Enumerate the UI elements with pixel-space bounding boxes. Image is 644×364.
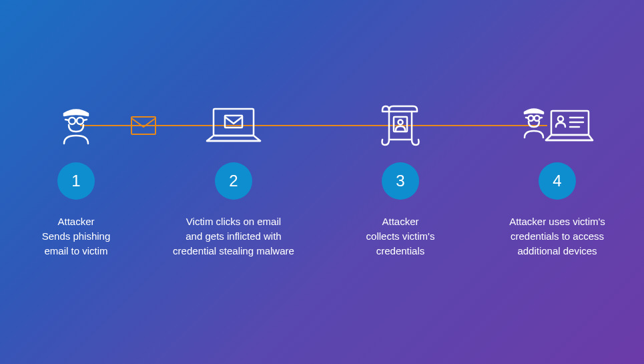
svg-rect-6 bbox=[214, 109, 254, 136]
svg-line-5 bbox=[83, 120, 87, 120]
step-badge-2: 2 bbox=[215, 162, 252, 200]
phishing-attack-diagram: 1 Attacker Sends phishing email to victi… bbox=[0, 100, 644, 274]
svg-line-23 bbox=[540, 118, 543, 118]
svg-point-1 bbox=[69, 118, 75, 124]
step-badge-4: 4 bbox=[539, 162, 576, 200]
step-caption: Victim clicks on email and gets inflicte… bbox=[167, 214, 300, 258]
svg-line-22 bbox=[526, 118, 529, 118]
step-number: 2 bbox=[229, 172, 238, 190]
attacker-laptop-icon bbox=[491, 100, 624, 150]
step-4: 4 Attacker uses victim's credentials to … bbox=[491, 100, 624, 258]
step-caption: Attacker uses victim's credentials to ac… bbox=[491, 214, 624, 258]
step-1: 1 Attacker Sends phishing email to victi… bbox=[9, 100, 143, 258]
step-3: 3 Attacker collects victim's credentials bbox=[334, 100, 467, 258]
svg-point-2 bbox=[77, 118, 83, 124]
step-2: 2 Victim clicks on email and gets inflic… bbox=[167, 100, 300, 258]
step-badge-3: 3 bbox=[382, 162, 419, 200]
step-caption: Attacker Sends phishing email to victim bbox=[9, 214, 143, 258]
laptop-email-icon bbox=[167, 100, 300, 150]
svg-rect-8 bbox=[225, 116, 242, 128]
step-number: 1 bbox=[71, 172, 80, 190]
svg-line-4 bbox=[65, 120, 69, 120]
step-badge-1: 1 bbox=[57, 162, 95, 200]
svg-point-12 bbox=[398, 120, 403, 124]
step-number: 3 bbox=[396, 172, 404, 190]
scroll-profile-icon bbox=[334, 100, 467, 150]
step-number: 4 bbox=[553, 172, 561, 190]
step-caption: Attacker collects victim's credentials bbox=[334, 214, 467, 258]
svg-point-15 bbox=[558, 116, 563, 122]
attacker-icon bbox=[9, 100, 143, 150]
